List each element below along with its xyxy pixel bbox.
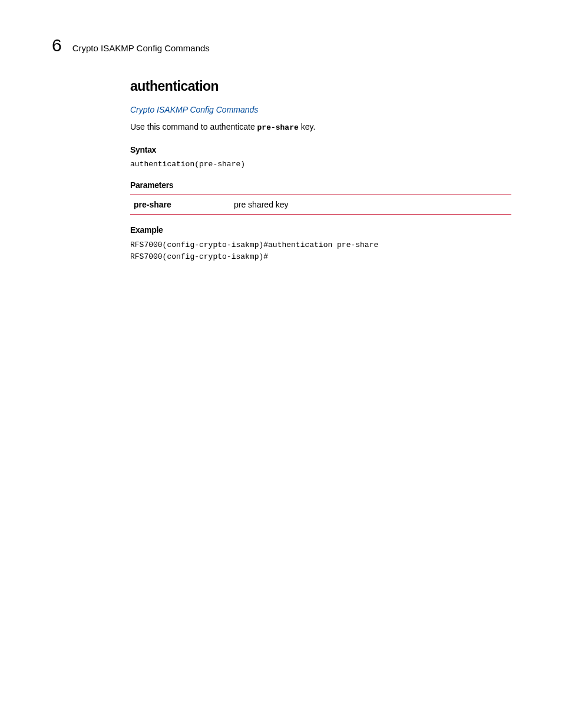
page-header: 6 Crypto ISAKMP Config Commands xyxy=(52,35,210,55)
table-row: pre-share pre shared key xyxy=(130,195,511,215)
intro-paragraph: Use this command to authenticate pre-sha… xyxy=(130,121,511,133)
param-desc-cell: pre shared key xyxy=(230,195,511,215)
example-code: RFS7000(config-crypto-isakmp)#authentica… xyxy=(130,239,511,262)
syntax-code: authentication(pre-share) xyxy=(130,159,511,170)
intro-suffix: key. xyxy=(299,122,316,131)
chapter-number: 6 xyxy=(52,35,62,55)
main-heading: authentication xyxy=(130,78,511,94)
breadcrumb-link[interactable]: Crypto ISAKMP Config Commands xyxy=(130,105,511,114)
parameters-label: Parameters xyxy=(130,180,511,190)
content-area: authentication Crypto ISAKMP Config Comm… xyxy=(130,78,511,273)
parameters-table: pre-share pre shared key xyxy=(130,195,511,215)
parameters-section: Parameters pre-share pre shared key xyxy=(130,180,511,215)
intro-prefix: Use this command to authenticate xyxy=(130,122,257,131)
intro-mono: pre-share xyxy=(257,123,299,132)
param-name-cell: pre-share xyxy=(130,195,230,215)
syntax-label: Syntax xyxy=(130,145,511,154)
example-label: Example xyxy=(130,225,511,235)
example-section: Example RFS7000(config-crypto-isakmp)#au… xyxy=(130,225,511,262)
header-title: Crypto ISAKMP Config Commands xyxy=(72,43,210,53)
syntax-section: Syntax authentication(pre-share) xyxy=(130,145,511,170)
